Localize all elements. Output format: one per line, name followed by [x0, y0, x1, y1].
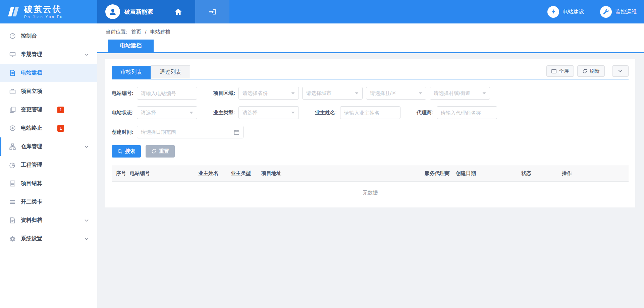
sidebar-item-label: 开二类卡	[21, 198, 42, 205]
document-icon	[9, 70, 16, 76]
sidebar-item-data-archive[interactable]: 资料归档	[0, 211, 97, 230]
nav-monitor-ops[interactable]: 监控运维	[600, 6, 637, 18]
refresh-button[interactable]: 刷新	[577, 65, 605, 77]
results-table: 序号 电站编号 业主姓名 业主类型 项目地址 服务代理商 创建日期 状态 操作	[112, 165, 629, 182]
search-label: 搜索	[125, 148, 135, 155]
sitemap-icon	[9, 143, 16, 150]
sidebar-item-project-approval[interactable]: 项目立项	[0, 82, 97, 101]
page-tab-station-filing[interactable]: 电站建档	[108, 40, 154, 52]
project-region-label: 项目区域:	[213, 90, 235, 97]
chevron-down-icon	[618, 70, 623, 72]
monitor-icon	[9, 51, 16, 58]
breadcrumb-bar: 当前位置: 首页 / 电站建档 电站建档	[97, 23, 644, 53]
station-status-label: 电站状态:	[112, 110, 133, 116]
fullscreen-label: 全屏	[559, 68, 569, 74]
sidebar-item-open-class2-card[interactable]: 开二类卡	[0, 193, 97, 211]
sidebar-item-label: 电站终止	[21, 125, 42, 132]
sidebar-item-label: 控制台	[21, 33, 37, 40]
logo-icon	[7, 6, 20, 17]
tab-review-list[interactable]: 审核列表	[112, 66, 151, 79]
sidebar-item-dashboard[interactable]: 控制台	[0, 27, 97, 45]
station-code-label: 电站编号:	[112, 90, 133, 97]
city-placeholder: 请选择城市	[306, 90, 331, 97]
refresh-label: 刷新	[590, 68, 600, 74]
content-card: 审核列表 通过列表 全屏 刷新	[105, 59, 635, 207]
sidebar-item-label: 常规管理	[21, 51, 42, 58]
sidebar-item-label: 项目立项	[21, 88, 42, 95]
reset-button[interactable]: 重置	[146, 145, 175, 158]
select-arrow-icon	[291, 112, 295, 114]
sidebar-item-project-settlement[interactable]: 项目结算	[0, 174, 97, 193]
sidebar-item-engineering-mgmt[interactable]: 工程管理	[0, 156, 97, 174]
select-arrow-icon	[419, 92, 422, 95]
main-content: 当前位置: 首页 / 电站建档 电站建档 审核列表 通过列表 全屏 刷新	[97, 23, 644, 308]
table-header-row: 序号 电站编号 业主姓名 业主类型 项目地址 服务代理商 创建日期 状态 操作	[112, 165, 629, 182]
town-select[interactable]: 请选择村镇/街道	[430, 87, 490, 100]
calendar-icon	[234, 129, 239, 135]
search-button[interactable]: 搜索	[112, 145, 141, 158]
breadcrumb-separator: /	[145, 29, 147, 35]
tab-passed-list[interactable]: 通过列表	[151, 65, 190, 79]
collapse-button[interactable]	[612, 65, 629, 77]
sidebar-item-warehouse-mgmt[interactable]: 仓库管理	[0, 137, 97, 156]
logout-button[interactable]	[195, 0, 229, 23]
reset-label: 重置	[159, 148, 169, 155]
city-select[interactable]: 请选择城市	[302, 87, 363, 100]
sidebar-item-label: 电站建档	[21, 69, 42, 76]
avatar	[105, 4, 120, 19]
change-mgmt-badge: 1	[57, 107, 64, 113]
user-icon	[108, 7, 117, 16]
app-header: 破茧云伏 Po Jian Yun Fu 破茧新能源 电站建设	[0, 0, 644, 23]
station-termination-badge: 1	[57, 125, 64, 132]
col-station-code: 电站编号	[127, 165, 196, 182]
agent-input[interactable]	[437, 106, 497, 119]
owner-type-placeholder: 请选择	[243, 110, 258, 116]
owner-name-label: 业主姓名:	[315, 110, 337, 116]
station-code-input[interactable]	[137, 87, 197, 100]
sidebar-item-label: 变更管理	[21, 106, 42, 113]
app-logo: 破茧云伏 Po Jian Yun Fu	[0, 0, 97, 23]
col-project-address: 项目地址	[259, 165, 422, 182]
sidebar-item-change-mgmt[interactable]: 变更管理 1	[0, 101, 97, 119]
archive-icon	[9, 217, 16, 224]
sidebar-item-station-filing[interactable]: 电站建档	[0, 64, 97, 82]
user-menu[interactable]: 破茧新能源	[97, 0, 161, 23]
pie-icon	[9, 162, 16, 168]
fullscreen-button[interactable]: 全屏	[546, 65, 574, 77]
sidebar-item-station-termination[interactable]: 电站终止 1	[0, 119, 97, 137]
wrench-icon	[600, 6, 612, 18]
province-placeholder: 请选择省份	[243, 90, 268, 97]
col-actions: 操作	[559, 165, 629, 182]
company-name: 破茧新能源	[124, 8, 153, 16]
copy-icon	[9, 107, 16, 113]
breadcrumb-home[interactable]: 首页	[131, 29, 141, 35]
district-placeholder: 请选择县/区	[370, 90, 396, 97]
station-status-select[interactable]: 请选择	[137, 106, 197, 119]
chevron-down-icon	[85, 145, 89, 148]
district-select[interactable]: 请选择县/区	[366, 87, 426, 100]
owner-name-input[interactable]	[340, 106, 400, 119]
calculator-icon	[9, 180, 16, 187]
chevron-down-icon	[85, 238, 89, 240]
fullscreen-icon	[551, 69, 556, 73]
col-status: 状态	[519, 165, 559, 182]
sidebar-item-system-settings[interactable]: 系统设置	[0, 230, 97, 248]
col-create-date: 创建日期	[453, 165, 519, 182]
sidebar-item-label: 资料归档	[21, 217, 42, 224]
logo-subtitle: Po Jian Yun Fu	[24, 15, 63, 19]
sidebar: 控制台 常规管理 电站建档 项目立项 变更管理 1 电站终止 1 仓库管理	[0, 23, 97, 308]
select-arrow-icon	[291, 92, 295, 95]
nav-station-construction[interactable]: 电站建设	[547, 6, 584, 18]
home-button[interactable]	[161, 0, 195, 23]
owner-type-select[interactable]: 请选择	[238, 106, 299, 119]
owner-type-label: 业主类型:	[213, 110, 235, 116]
chevron-down-icon	[85, 53, 89, 56]
date-range-input[interactable]: 请选择日期范围	[137, 126, 244, 138]
filter-form: 电站编号: 项目区域: 请选择省份 请选择城市	[112, 79, 629, 138]
province-select[interactable]: 请选择省份	[238, 87, 299, 100]
panel-tabs: 审核列表 通过列表 全屏 刷新	[112, 65, 629, 79]
record-icon	[9, 125, 16, 131]
card-icon	[9, 199, 16, 205]
sidebar-item-general-mgmt[interactable]: 常规管理	[0, 45, 97, 64]
lightning-icon	[547, 6, 559, 18]
